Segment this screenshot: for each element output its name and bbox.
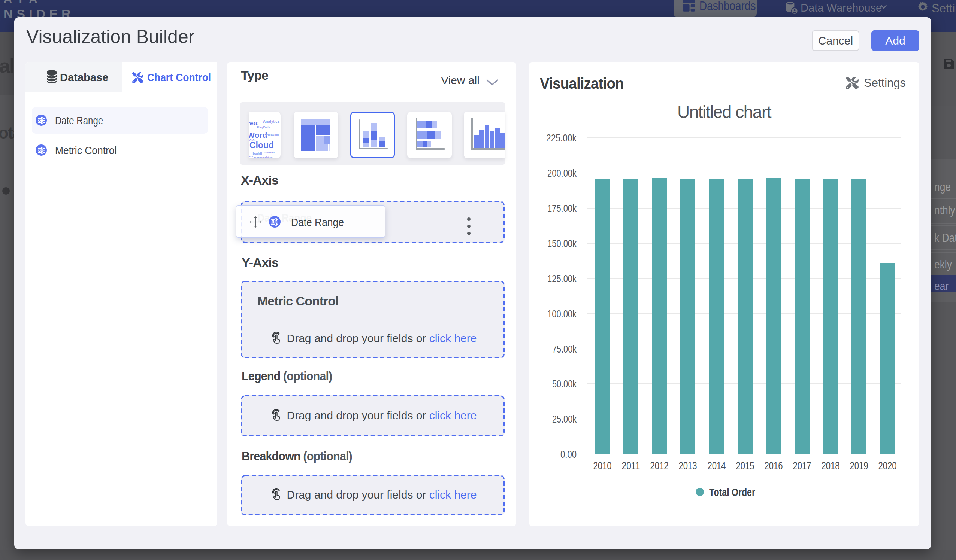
svg-text:Total Order: Total Order — [709, 486, 755, 498]
svg-text:2020: 2020 — [879, 460, 897, 472]
svg-text:50.00k: 50.00k — [552, 378, 577, 390]
svg-text:150.00k: 150.00k — [547, 238, 577, 249]
svg-text:125.00k: 125.00k — [547, 273, 577, 284]
svg-text:2019: 2019 — [850, 460, 868, 472]
svg-text:100.00k: 100.00k — [547, 308, 577, 320]
svg-text:2015: 2015 — [736, 460, 755, 472]
svg-text:200.00k: 200.00k — [547, 167, 577, 179]
svg-text:2011: 2011 — [622, 460, 640, 472]
svg-text:2012: 2012 — [650, 460, 669, 472]
svg-text:25.00k: 25.00k — [552, 413, 577, 425]
svg-text:225.00k: 225.00k — [546, 132, 577, 144]
svg-text:75.00k: 75.00k — [552, 343, 577, 355]
svg-text:2014: 2014 — [708, 460, 726, 472]
svg-text:2018: 2018 — [822, 460, 840, 472]
svg-text:2013: 2013 — [679, 460, 697, 472]
svg-text:2016: 2016 — [764, 460, 783, 472]
svg-text:0.00: 0.00 — [560, 449, 577, 460]
svg-text:175.00k: 175.00k — [547, 202, 577, 214]
svg-text:2010: 2010 — [593, 460, 612, 472]
svg-text:2017: 2017 — [793, 460, 811, 472]
